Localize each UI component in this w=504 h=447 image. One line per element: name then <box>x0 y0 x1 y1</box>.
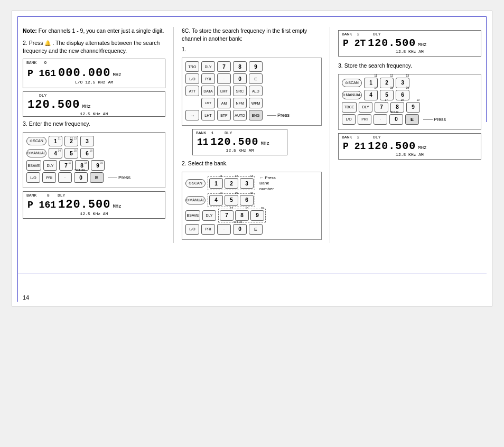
key-e-press[interactable]: E <box>90 172 104 183</box>
key-4[interactable]: 14 4 <box>49 148 62 159</box>
key-3[interactable]: 3 <box>80 136 94 146</box>
display-freq-2: 120.500 <box>27 98 80 111</box>
step-3-left: 3. Enter the new frequency. <box>23 120 165 128</box>
key-att[interactable]: ATT <box>185 86 199 96</box>
key-dot[interactable]: · <box>58 172 72 183</box>
key-6[interactable]: 16 6 <box>80 148 94 159</box>
key-9-mid1[interactable]: 9 <box>249 61 263 72</box>
key-lo[interactable]: L/O <box>26 172 40 183</box>
key-bng-press[interactable]: BNG <box>249 110 263 120</box>
key-manual-right[interactable]: ⊙MANUAL <box>342 91 362 99</box>
key-lo-right[interactable]: L/O <box>342 114 356 125</box>
press-label-right: Press <box>434 117 446 122</box>
key-e-right-press[interactable]: E <box>405 114 419 125</box>
keypad-panel-1: ⊙SCAN 11 1 12 13 2 3 ⊙MANUAL <box>23 132 165 188</box>
key-dly-mid1[interactable]: DLY <box>201 61 215 72</box>
key-auto[interactable]: AUTO <box>233 110 247 120</box>
key-wfm[interactable]: WFM <box>249 98 263 108</box>
key-nfm[interactable]: NFM <box>233 98 247 108</box>
key-0-mid2[interactable]: SFT 20 0 <box>233 224 247 235</box>
blue-line-left <box>17 16 18 302</box>
key-sup-12: 12 13 <box>70 137 77 140</box>
key-scan-mid2[interactable]: ⊙SCAN <box>185 179 206 188</box>
display-bank-r2: BANK 2 <box>342 135 360 139</box>
key-ald[interactable]: ALD <box>249 86 263 96</box>
display-box-mid: BANK 1 DLY 11 120.500 MHz 12.5 KHz AM <box>192 129 287 155</box>
key-6-mid2[interactable]: 16 6 <box>240 195 254 206</box>
display-unit-r1: MHz <box>418 42 426 48</box>
key-dot-mid2[interactable]: · <box>217 224 231 235</box>
key-9-mid2[interactable]: 19 9 <box>250 210 264 221</box>
middle-column: 6C. To store the search frequency in the… <box>174 27 330 243</box>
key-bsave-mid2[interactable]: BSAVE <box>185 210 200 221</box>
key-dly-right[interactable]: DLY <box>359 102 372 113</box>
key-9[interactable]: 19 9 <box>91 160 105 171</box>
key-lmt[interactable]: LMT <box>217 86 231 96</box>
key-7-right[interactable]: 17 7 <box>375 102 388 113</box>
key-dly[interactable]: DLY <box>43 160 57 171</box>
key-7-mid2[interactable]: 17 7 <box>220 210 234 221</box>
key-5[interactable]: 15 5 <box>64 148 78 159</box>
key-lmt2[interactable]: LMT <box>201 98 215 108</box>
key-arrow[interactable]: → <box>185 110 199 120</box>
press-label-mid: Press <box>277 113 290 118</box>
key-8-mid1[interactable]: 8 <box>233 61 247 72</box>
keypad-panel-mid-2: ⊙SCAN 11 1 12 2 13 3 <box>182 172 322 240</box>
key-8-mid2[interactable]: 18 8 <box>235 210 249 221</box>
key-2-mid2[interactable]: 12 2 <box>225 178 238 189</box>
key-e-mid2[interactable]: E <box>249 224 263 235</box>
display-sub-3: 12.5 KHz AM <box>27 211 161 216</box>
key-scan[interactable]: ⊙SCAN <box>26 137 46 145</box>
step-num-3-right: 3. <box>338 62 343 69</box>
key-1[interactable]: 11 1 <box>49 136 62 146</box>
key-tro[interactable]: TRO <box>185 61 199 72</box>
key-manual[interactable]: ⊙MANUAL <box>26 149 46 157</box>
key-sup-16: 16 <box>89 149 92 152</box>
key-src[interactable]: SRC <box>233 86 247 96</box>
key-lo-mid2[interactable]: L/O <box>185 224 199 235</box>
display-sub-2: 12.5 KHz AM <box>27 111 161 116</box>
keypad-row-1: ⊙SCAN 11 1 12 13 2 3 <box>26 136 162 146</box>
key-dot-right[interactable]: · <box>374 114 387 125</box>
key-btp[interactable]: BTP <box>217 110 231 120</box>
display-unit-2: MHz <box>82 104 90 109</box>
display-bank-r1: BANK 2 <box>342 32 360 36</box>
display-main-2: 120.500 MHz <box>27 98 161 111</box>
display-sub-r1: 12.5 KHz AM <box>343 49 477 54</box>
step-3-right-text: Store the search frequency. <box>344 62 412 69</box>
key-1-mid2[interactable]: 11 1 <box>209 178 223 189</box>
step-2-middle: 2. Select the bank. <box>182 160 322 167</box>
key-lht[interactable]: LHT <box>201 110 215 120</box>
press-label-1: Press <box>118 175 130 180</box>
key-3-mid2[interactable]: 13 3 <box>240 178 254 189</box>
key-4-mid2[interactable]: 14 4 <box>209 195 223 206</box>
key-manual-mid2[interactable]: ⊙MANUAL <box>185 196 206 204</box>
key-pri[interactable]: PRI <box>42 172 56 183</box>
key-sup-18: 18 <box>84 161 87 164</box>
key-scan-right[interactable]: ⊙SCAN <box>342 79 362 87</box>
key-e-mid1[interactable]: E <box>249 73 263 84</box>
note-text: Note: For channels 1 - 9, you can enter … <box>23 27 165 35</box>
key-9-right[interactable]: 19 9 <box>406 102 420 113</box>
key-tbce[interactable]: TBCE <box>342 102 357 113</box>
key-data[interactable]: DATA <box>201 86 215 96</box>
key-5-mid2[interactable]: 15 5 <box>225 195 238 206</box>
key-dot-mid1[interactable]: · <box>217 73 231 84</box>
key-dly-mid2[interactable]: DLY <box>202 210 216 221</box>
key-4-right[interactable]: 14 4 <box>364 90 378 100</box>
key-0[interactable]: SFT 20 0 <box>74 172 88 183</box>
key-bsave[interactable]: BSAVE <box>26 160 41 171</box>
display-dly-3: DLY <box>58 193 65 198</box>
key-pri-mid2[interactable]: PRI <box>201 224 215 235</box>
key-7[interactable]: 17 7 <box>59 160 73 171</box>
key-pri-right[interactable]: PRI <box>358 114 371 125</box>
key-0-right[interactable]: SFT 20 0 <box>389 114 403 125</box>
key-7-mid1[interactable]: 7 <box>217 61 231 72</box>
key-lo-mid1[interactable]: L/O <box>185 73 199 84</box>
key-0-mid1[interactable]: 0 <box>233 73 247 84</box>
display-channel-1: P 161 <box>27 68 56 79</box>
key-am[interactable]: AM <box>217 98 231 108</box>
press-arrow-right: Press <box>423 117 446 122</box>
key-2[interactable]: 12 13 2 <box>64 136 78 146</box>
key-pri-mid1[interactable]: PRI <box>201 73 215 84</box>
